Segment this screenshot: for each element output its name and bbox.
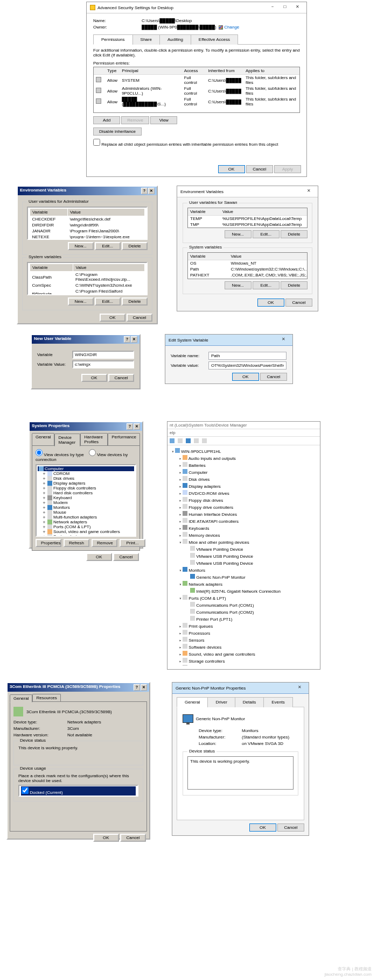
tree-node[interactable]: +CDROM xyxy=(38,471,134,476)
cancel-button[interactable]: Cancel xyxy=(120,834,146,842)
print-button[interactable]: Print... xyxy=(120,539,145,547)
tree-node[interactable]: ▸ Batteries xyxy=(171,461,317,468)
table-row[interactable]: OSWindows_NT xyxy=(188,260,308,267)
table-row[interactable]: AllowAdministrators (WIN-9P0CLU...)Full … xyxy=(94,86,299,96)
tree-node[interactable]: VMware USB Pointing Device xyxy=(171,552,317,559)
help-button[interactable]: ? xyxy=(127,423,133,430)
expand-icon[interactable]: + xyxy=(42,500,46,505)
ok-button[interactable]: OK xyxy=(100,314,125,322)
ok-button[interactable]: OK xyxy=(257,299,284,307)
tree-node[interactable]: +Floppy disk controllers xyxy=(38,486,134,491)
cancel-button[interactable]: Cancel xyxy=(127,314,152,322)
change-owner-link[interactable]: Change xyxy=(224,25,239,30)
remove-button[interactable]: Remove xyxy=(121,116,149,124)
table-row[interactable]: TMP%USERPROFILE%\AppData\Local\Temp xyxy=(188,222,307,228)
close-button[interactable]: ✕ xyxy=(303,188,315,195)
replace-checkbox[interactable] xyxy=(93,139,100,146)
expand-icon[interactable]: ▸ xyxy=(178,645,183,650)
table-row[interactable]: NETEXE\progra~1\intern~1\iexplore.exe xyxy=(30,234,145,240)
expand-icon[interactable]: ▸ xyxy=(178,638,183,643)
col-variable[interactable]: Variable xyxy=(188,253,229,260)
tree-node[interactable]: ▸ Software devices xyxy=(171,643,317,650)
expand-icon[interactable]: ▸ xyxy=(178,456,183,461)
tree-node[interactable]: ▸ Keyboards xyxy=(171,524,317,531)
tab-driver[interactable]: Driver xyxy=(207,697,235,707)
table-row[interactable]: f95includeC:\Program Files\Salford Softw… xyxy=(30,288,145,295)
col-value[interactable]: Value xyxy=(68,209,145,216)
view-button[interactable]: View xyxy=(150,116,177,124)
cancel-button[interactable]: Cancel xyxy=(108,374,134,382)
table-row[interactable]: PathC:\Windows\system32;C:\Windows;C:\..… xyxy=(188,266,308,272)
table-row[interactable]: PROCESSOR_A...x86 xyxy=(188,278,308,279)
col-value[interactable]: Value xyxy=(220,208,307,216)
ok-button[interactable]: OK xyxy=(232,373,259,381)
minimize-button[interactable]: － xyxy=(267,4,278,11)
expand-icon[interactable]: + xyxy=(42,515,46,520)
close-button[interactable]: ✕ xyxy=(294,684,305,692)
system-vars-listbox[interactable]: VariableValueOSWindows_NTPathC:\Windows\… xyxy=(187,252,308,279)
device-status-textbox[interactable]: This device is working properly. xyxy=(187,756,294,790)
new-button[interactable]: New... xyxy=(225,281,252,289)
properties-button[interactable]: Properties xyxy=(36,539,61,547)
close-button[interactable]: ✕ xyxy=(131,336,137,343)
expand-icon[interactable]: ▸ xyxy=(178,505,183,510)
variable-value-input[interactable] xyxy=(208,361,287,370)
tree-node[interactable]: Communications Port (COM1) xyxy=(171,601,317,608)
apply-button[interactable]: Apply xyxy=(274,165,301,173)
tree-node[interactable]: ▸ Floppy disk drives xyxy=(171,496,317,503)
collapse-icon[interactable]: ▾ xyxy=(178,568,183,573)
collapse-icon[interactable]: ▾ xyxy=(171,449,175,454)
tab-events[interactable]: Events xyxy=(263,697,292,707)
help-button[interactable]: ? xyxy=(141,188,148,194)
expand-icon[interactable]: ▸ xyxy=(178,652,183,657)
tree-node[interactable]: ▸ Sound, video and game controllers xyxy=(171,650,317,657)
expand-icon[interactable]: ▸ xyxy=(178,477,183,482)
table-row[interactable]: TEMP%USERPROFILE%\AppData\Local\Temp xyxy=(188,216,307,222)
close-button[interactable]: ✕ xyxy=(148,188,155,194)
new-button[interactable]: New... xyxy=(225,230,252,238)
table-row[interactable]: JANADIR\Program Files\Jana2000\ xyxy=(30,228,145,234)
expand-icon[interactable]: ▸ xyxy=(178,512,183,517)
expand-icon[interactable]: + xyxy=(42,476,46,481)
expand-icon[interactable]: + xyxy=(42,505,46,510)
help-button[interactable]: ? xyxy=(124,336,130,343)
variable-name-input[interactable] xyxy=(208,352,287,360)
tab-device-manager[interactable]: Device Manager xyxy=(54,434,80,446)
tab-details[interactable]: Details xyxy=(235,697,264,707)
cancel-button[interactable]: Cancel xyxy=(285,299,312,307)
table-row[interactable]: ComSpecC:\WINNT\system32\cmd.exe xyxy=(30,282,145,288)
expand-icon[interactable]: ▸ xyxy=(178,491,183,496)
tree-node[interactable]: Generic Non-PnP Monitor xyxy=(171,573,317,580)
tree-node[interactable]: VMware USB Pointing Device xyxy=(171,559,317,566)
edit-button[interactable]: Edit... xyxy=(253,281,280,289)
tab-general[interactable]: General xyxy=(32,433,54,445)
toolbar-icon[interactable] xyxy=(178,438,183,443)
delete-button[interactable]: Delete xyxy=(122,242,148,250)
tab-resources[interactable]: Resources xyxy=(32,694,60,701)
tree-node[interactable]: ▸ Audio inputs and outputs xyxy=(171,455,317,461)
tree-root[interactable]: Computer xyxy=(45,466,64,471)
tab-performance[interactable]: Performance xyxy=(108,433,140,445)
tree-node[interactable]: Communications Port (COM2) xyxy=(171,608,317,615)
expand-icon[interactable]: + xyxy=(42,529,46,534)
expand-icon[interactable]: ▸ xyxy=(178,526,183,531)
table-row[interactable]: AllowSYSTEMFull controlC:\Users\█████Thi… xyxy=(94,75,299,86)
expand-icon[interactable]: ▸ xyxy=(178,463,183,468)
expand-icon[interactable]: ▸ xyxy=(178,484,183,489)
ok-button[interactable]: OK xyxy=(86,553,112,561)
col-type[interactable]: Type xyxy=(105,67,120,75)
col-variable[interactable]: Variable xyxy=(30,209,68,216)
table-row[interactable]: PATHEXT.COM;.EXE;.BAT;.CMD;.VBS;.VBE;.JS… xyxy=(188,272,308,278)
edit-button[interactable]: Edit... xyxy=(253,230,280,238)
tree-node[interactable]: ▸ Print queues xyxy=(171,622,317,629)
disable-inheritance-button[interactable]: Disable inheritance xyxy=(93,127,142,136)
tree-node[interactable]: ▾ Monitors xyxy=(171,566,317,573)
col-inherited[interactable]: Inherited from xyxy=(206,67,243,75)
device-tree[interactable]: ▾ WIN-9P0CLUPR1HL ▸ Audio inputs and out… xyxy=(167,445,320,666)
collapse-icon[interactable]: ▾ xyxy=(178,582,183,587)
tree-node[interactable]: VMware Pointing Device xyxy=(171,545,317,552)
close-button[interactable]: ✕ xyxy=(291,4,303,11)
tree-node[interactable]: +Network adapters xyxy=(38,520,134,524)
collapse-icon[interactable]: ▾ xyxy=(178,540,183,545)
col-value[interactable]: Value xyxy=(229,253,308,260)
